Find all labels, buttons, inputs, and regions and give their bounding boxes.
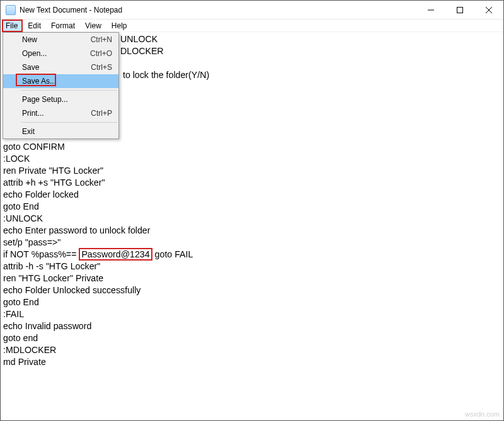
password-highlight: Password@1234 bbox=[79, 248, 152, 261]
menubar: File Edit Format View Help bbox=[1, 20, 503, 32]
code-line: :LOCK bbox=[3, 154, 30, 164]
text-fragment: UNLOCK bbox=[120, 34, 158, 44]
code-line: goto CONFIRM bbox=[3, 142, 65, 152]
menu-file-label: File bbox=[6, 21, 18, 30]
menu-item-label: Open... bbox=[22, 49, 90, 58]
code-line: :FAIL bbox=[3, 309, 24, 319]
menu-item-label: Exit bbox=[22, 127, 112, 136]
menu-edit[interactable]: Edit bbox=[23, 20, 46, 31]
code-line: echo Enter password to unlock folder bbox=[3, 225, 150, 235]
menu-item-new[interactable]: New Ctrl+N bbox=[3, 33, 118, 47]
menu-format[interactable]: Format bbox=[46, 20, 80, 31]
menu-file[interactable]: File bbox=[2, 20, 23, 32]
menu-item-label: New bbox=[22, 35, 91, 44]
code-line: attrib +h +s "HTG Locker" bbox=[3, 177, 105, 188]
code-line: echo Folder locked bbox=[3, 189, 79, 199]
code-line: echo Invalid password bbox=[3, 321, 91, 331]
code-line: :UNLOCK bbox=[3, 213, 43, 223]
close-button[interactable] bbox=[474, 1, 503, 19]
menu-item-shortcut: Ctrl+P bbox=[91, 109, 112, 118]
code-line: echo Folder Unlocked successfully bbox=[3, 285, 140, 295]
svg-rect-1 bbox=[457, 7, 463, 13]
code-line: goto End bbox=[3, 201, 39, 211]
code-line: ren "HTG Locker" Private bbox=[3, 273, 103, 283]
menu-item-label: Save bbox=[22, 63, 91, 72]
menu-item-shortcut: Ctrl+N bbox=[91, 35, 112, 44]
menu-item-shortcut: Ctrl+O bbox=[90, 49, 112, 58]
code-line: md Private bbox=[3, 357, 46, 367]
menu-view[interactable]: View bbox=[80, 20, 106, 31]
text-fragment: to lock the folder(Y/N) bbox=[120, 70, 209, 80]
menu-item-label: Page Setup... bbox=[22, 95, 112, 104]
window-title: New Text Document - Notepad bbox=[20, 6, 122, 14]
menu-help[interactable]: Help bbox=[106, 20, 132, 31]
code-line-password: if NOT %pass%== Password@1234 goto FAIL bbox=[3, 248, 193, 261]
watermark: wsxdn.com bbox=[465, 410, 500, 418]
menu-item-label: Save As... bbox=[22, 77, 112, 86]
file-menu-dropdown: New Ctrl+N Open... Ctrl+O Save Ctrl+S Sa… bbox=[3, 32, 119, 139]
menu-item-exit[interactable]: Exit bbox=[3, 125, 118, 138]
window-controls bbox=[416, 1, 503, 19]
menu-item-shortcut: Ctrl+S bbox=[91, 63, 112, 72]
titlebar: New Text Document - Notepad bbox=[1, 1, 503, 20]
code-line: set/p "pass=>" bbox=[3, 237, 60, 247]
menu-separator bbox=[21, 122, 117, 123]
code-line: ren Private "HTG Locker" bbox=[3, 166, 103, 176]
maximize-button[interactable] bbox=[445, 1, 474, 19]
code-line: :MDLOCKER bbox=[3, 345, 56, 355]
menu-item-page-setup[interactable]: Page Setup... bbox=[3, 93, 118, 106]
menu-separator bbox=[21, 90, 117, 91]
menu-item-print[interactable]: Print... Ctrl+P bbox=[3, 106, 118, 120]
code-line: attrib -h -s "HTG Locker" bbox=[3, 261, 100, 271]
menu-item-save-as[interactable]: Save As... bbox=[3, 74, 118, 88]
notepad-icon bbox=[6, 5, 16, 15]
code-line: goto end bbox=[3, 333, 38, 343]
code-line: goto End bbox=[3, 297, 39, 307]
menu-item-save[interactable]: Save Ctrl+S bbox=[3, 60, 118, 74]
text-fragment: DLOCKER bbox=[120, 46, 164, 56]
minimize-button[interactable] bbox=[416, 1, 445, 19]
menu-item-label: Print... bbox=[22, 109, 91, 118]
menu-item-open[interactable]: Open... Ctrl+O bbox=[3, 47, 118, 60]
